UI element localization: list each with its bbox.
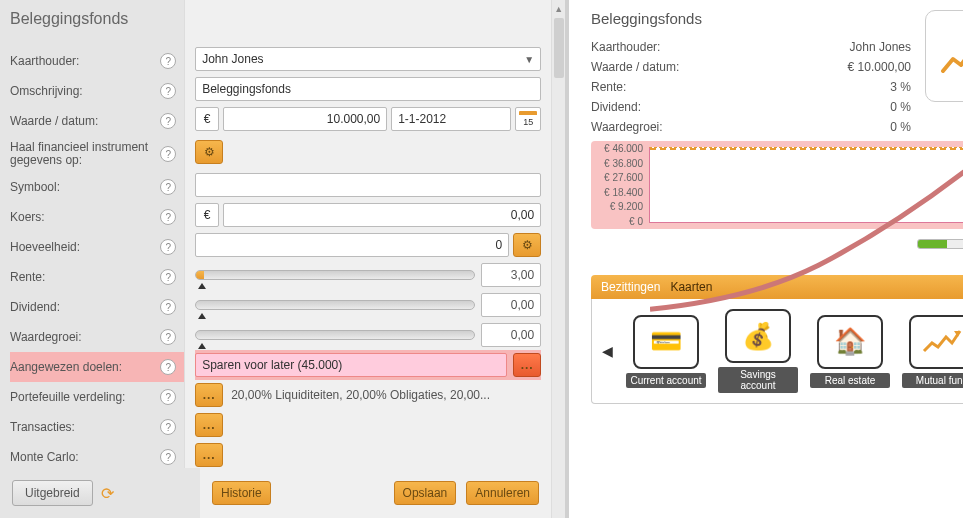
assets-row: ◀ 💳 Current account 💰 Savings account 🏠 … [591,299,963,404]
kv-kaarthouder-v: John Jones [850,40,911,54]
label-dividend: Dividend: [10,300,160,314]
assets-prev[interactable]: ◀ [600,343,614,359]
chart-plot-area [649,147,963,223]
asset-current-account[interactable]: 💳 Current account [626,315,706,388]
ytick: € 9.200 [597,201,643,212]
help-icon[interactable]: ? [160,146,176,162]
kv-dividend-v: 0 % [890,100,911,114]
help-icon[interactable]: ? [160,239,176,255]
refresh-icon[interactable]: ⟳ [101,484,114,503]
annuleren-label: Annuleren [475,486,530,500]
calendar-button[interactable]: 15 [515,107,541,131]
portefeuille-text: 20,00% Liquiditeiten, 20,00% Obligaties,… [231,388,490,402]
rente-slider[interactable] [195,270,475,280]
label-kaarthouder: Kaarthouder: [10,54,160,68]
label-aangewezen: Aangewezen doelen: [10,360,160,374]
ytick: € 46.000 [597,143,643,154]
uitgebreid-button[interactable]: Uitgebreid [12,480,93,506]
hoeveelheid-gear-button[interactable]: ⚙ [513,233,541,257]
label-waardegroei: Waardegroei: [10,330,160,344]
transacties-edit-button[interactable]: ... [195,413,223,437]
gear-icon: ⚙ [204,145,215,159]
aangewezen-text: Sparen voor later (45.000) [202,358,342,372]
asset-label: Real estate [810,373,890,388]
labels-column: Beleggingsfonds Kaarthouder:? Omschrijvi… [0,0,184,518]
help-icon[interactable]: ? [160,113,176,129]
dots-icon: ... [203,418,216,432]
dividend-slider[interactable] [195,300,475,310]
label-transacties: Transacties: [10,420,160,434]
scroll-up-icon[interactable]: ▲ [554,4,563,14]
asset-real-estate[interactable]: 🏠 Real estate [810,315,890,388]
card-title: Beleggingsfonds [591,10,911,27]
help-icon[interactable]: ? [160,53,176,69]
chart-up-icon [909,315,963,369]
help-icon[interactable]: ? [160,419,176,435]
help-icon[interactable]: ? [160,359,176,375]
credit-card-icon: 💳 [633,315,699,369]
koers-currency[interactable] [195,203,219,227]
annuleren-button[interactable]: Annuleren [466,481,539,505]
asset-label: Current account [626,373,706,388]
waardegroei-value[interactable]: 0,00 [481,323,541,347]
help-icon[interactable]: ? [160,449,176,465]
symbool-input[interactable] [195,173,541,197]
gear-icon: ⚙ [522,238,533,252]
help-icon[interactable]: ? [160,83,176,99]
waardegroei-slider[interactable] [195,330,475,340]
label-symbool: Symbool: [10,180,160,194]
help-icon[interactable]: ? [160,209,176,225]
kv-rente-v: 3 % [890,80,911,94]
fetch-instrument-button[interactable]: ⚙ [195,140,223,164]
kv-dividend-l: Dividend: [591,100,641,114]
growth-chart: € 46.000 € 36.800 € 27.600 € 18.400 € 9.… [591,141,963,229]
label-hoeveelheid: Hoeveelheid: [10,240,160,254]
scroll-thumb[interactable] [554,18,564,78]
panel-title: Beleggingsfonds [10,10,184,28]
kv-waarde-v: € 10.000,00 [848,60,911,74]
aangewezen-display: Sparen voor later (45.000) [195,353,507,377]
help-icon[interactable]: ? [160,329,176,345]
uitgebreid-label: Uitgebreid [25,486,80,500]
asset-mutual-fund[interactable]: Mutual fund [902,315,963,388]
dots-icon: ... [203,388,216,402]
portefeuille-edit-button[interactable]: ... [195,383,223,407]
dots-icon: ... [203,448,216,462]
footer-form: Historie Opslaan Annuleren [200,468,551,518]
koers-input[interactable] [223,203,541,227]
label-portefeuille: Portefeuille verdeling: [10,390,160,404]
omschrijving-input[interactable] [195,77,541,101]
ytick: € 27.600 [597,172,643,183]
dividend-value[interactable]: 0,00 [481,293,541,317]
label-omschrijving: Omschrijving: [10,84,160,98]
help-icon[interactable]: ? [160,179,176,195]
left-panel: Beleggingsfonds Kaarthouder:? Omschrijvi… [0,0,565,518]
help-icon[interactable]: ? [160,269,176,285]
kaarthouder-select[interactable]: John Jones ▼ [195,47,541,71]
help-icon[interactable]: ? [160,389,176,405]
aangewezen-edit-button[interactable]: ... [513,353,541,377]
asset-label: Savings account [718,367,798,393]
waarde-input[interactable] [223,107,387,131]
ytick: € 0 [597,216,643,227]
opslaan-button[interactable]: Opslaan [394,481,457,505]
label-montecarlo: Monte Carlo: [10,450,160,464]
hoeveelheid-input[interactable] [195,233,509,257]
savings-icon: 💰 [725,309,791,363]
montecarlo-edit-button[interactable]: ... [195,443,223,467]
label-haal-fin: Haal financieel instrument gegevens op: [10,141,160,167]
label-koers: Koers: [10,210,160,224]
label-waarde-datum: Waarde / datum: [10,114,160,128]
scrollbar[interactable]: ▲ [552,0,565,518]
asset-savings-account[interactable]: 💰 Savings account [718,309,798,393]
rente-value[interactable]: 3,00 [481,263,541,287]
kv-rente-l: Rente: [591,80,626,94]
help-icon[interactable]: ? [160,299,176,315]
currency-input[interactable] [195,107,219,131]
datum-input[interactable] [391,107,511,131]
historie-button[interactable]: Historie [212,481,271,505]
opslaan-label: Opslaan [403,486,448,500]
kv-waardegroei-l: Waardegroei: [591,120,663,134]
form-column: John Jones ▼ 15 ⚙ [184,0,552,518]
dots-icon: ... [521,358,534,372]
